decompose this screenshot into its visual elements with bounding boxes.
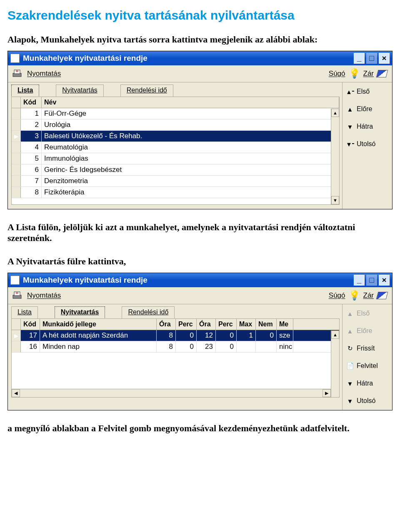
grid-1: Kód Név 1Fül-Orr-Gége 2Urológia ▶3Balese… — [11, 97, 340, 205]
mid-text-1: A Lista fülön, jelöljük ki azt a munkahe… — [8, 222, 392, 244]
close-button[interactable]: × — [379, 275, 390, 286]
nav-next[interactable]: ▼Hátra — [345, 121, 390, 132]
maximize-button: □ — [366, 275, 377, 286]
table-row[interactable]: 1Fül-Orr-Gége — [12, 108, 339, 119]
tab-rendelesi-ido[interactable]: Rendelési idő — [120, 85, 173, 97]
nav-new[interactable]: 📄Felvitel — [345, 360, 390, 372]
table-row[interactable]: 5Immunológias — [12, 153, 339, 164]
app-icon: ▦ — [10, 276, 20, 285]
window-title-2: Munkahelyek nyitvatartási rendje — [23, 276, 148, 285]
col-jelleg[interactable]: Munkaidő jellege — [40, 319, 157, 330]
toolbar-1: Nyomtatás Súgó 💡 Zár — [8, 65, 392, 82]
nav-prev: ▲Előre — [345, 325, 390, 337]
lightbulb-icon[interactable]: 💡 — [349, 290, 360, 301]
menu-print[interactable]: Nyomtatás — [27, 291, 61, 300]
tab-lista[interactable]: Lista — [11, 85, 39, 97]
nav-last[interactable]: ▼Utolsó — [345, 395, 390, 407]
nav-first: ▲Első — [345, 308, 390, 319]
eraser-icon[interactable] — [376, 292, 388, 299]
nav-prev[interactable]: ▲Előre — [345, 103, 390, 115]
nav-first[interactable]: ▲Első — [345, 86, 390, 97]
toolbar-2: Nyomtatás Súgó 💡 Zár — [8, 287, 392, 304]
scroll-right-icon[interactable]: ▶ — [322, 389, 331, 397]
maximize-button: □ — [366, 53, 377, 64]
prev-icon: ▲ — [346, 105, 354, 113]
table-row[interactable]: 16 Minden nap 8 0 23 0 ninc — [12, 341, 339, 353]
scrollbar-vertical[interactable]: ▲ ▼ — [331, 109, 339, 204]
menu-help[interactable]: Súgó — [329, 70, 345, 78]
nav-last[interactable]: ▼Utolsó — [345, 138, 390, 150]
scroll-left-icon[interactable]: ◀ — [12, 389, 20, 397]
mid-text-2: A Nyitvatartás fülre kattintva, — [8, 256, 392, 267]
window-1: ▦ Munkahelyek nyitvatartási rendje _ □ ×… — [8, 51, 392, 209]
nav-refresh[interactable]: ↻Frissít — [345, 343, 390, 354]
intro-text: Alapok, Munkahelyek nyitva tartás sorra … — [8, 34, 392, 45]
print-icon[interactable] — [11, 68, 23, 80]
col-ora1[interactable]: Óra — [157, 319, 176, 330]
col-perc2[interactable]: Perc — [216, 319, 237, 330]
scroll-down-icon[interactable]: ▼ — [331, 196, 339, 204]
tab-nyitvatartas[interactable]: Nyitvatartás — [55, 306, 105, 319]
menu-close[interactable]: Zár — [363, 70, 374, 78]
menu-close[interactable]: Zár — [363, 291, 374, 300]
table-row[interactable]: 7Denzitometria — [12, 176, 339, 187]
print-icon[interactable] — [11, 290, 23, 301]
page-title: Szakrendelések nyitva tartásának nyilván… — [8, 8, 392, 22]
minimize-button[interactable]: _ — [354, 275, 365, 286]
table-row-selected[interactable]: ▶3Baleseti Utókezelő - És Rehab. — [12, 131, 339, 142]
tab-nyitvatartas[interactable]: Nyitvatartás — [56, 85, 103, 97]
next-icon: ▼ — [346, 122, 354, 131]
row-indicator-icon: ▶ — [12, 131, 21, 142]
col-nem[interactable]: Nem — [256, 319, 277, 330]
grid-2: Kód Munkaidő jellege Óra Perc Óra Perc M… — [11, 318, 340, 398]
col-kod[interactable]: Kód — [21, 319, 40, 330]
col-nev[interactable]: Név — [42, 97, 339, 108]
titlebar-2: ▦ Munkahelyek nyitvatartási rendje _ □ × — [8, 273, 392, 287]
col-max[interactable]: Max — [237, 319, 256, 330]
tab-rendelesi-ido[interactable]: Rendelési idő — [122, 306, 175, 319]
scroll-up-icon[interactable]: ▲ — [331, 109, 339, 117]
scroll-up-icon[interactable]: ▲ — [331, 331, 339, 339]
table-row[interactable]: 2Urológia — [12, 119, 339, 131]
window-title-1: Munkahelyek nyitvatartási rendje — [23, 54, 148, 63]
eraser-icon[interactable] — [376, 70, 388, 77]
prev-icon: ▲ — [346, 327, 354, 335]
minimize-button[interactable]: _ — [354, 53, 365, 64]
tab-lista[interactable]: Lista — [11, 306, 38, 319]
col-me[interactable]: Me — [277, 319, 293, 330]
menu-print[interactable]: Nyomtatás — [27, 70, 61, 78]
col-kod[interactable]: Kód — [21, 97, 42, 108]
col-perc1[interactable]: Perc — [176, 319, 197, 330]
scrollbar-horizontal[interactable]: ◀ ▶ — [12, 389, 331, 397]
refresh-icon: ↻ — [346, 344, 354, 353]
next-icon: ▼ — [346, 379, 354, 388]
last-icon: ▼ — [346, 140, 354, 148]
last-icon: ▼ — [346, 397, 354, 405]
table-row[interactable]: 4Reumatológia — [12, 142, 339, 153]
nav-next[interactable]: ▼Hátra — [345, 378, 390, 389]
col-ora2[interactable]: Óra — [197, 319, 216, 330]
window-2: ▦ Munkahelyek nyitvatartási rendje _ □ ×… — [8, 273, 392, 410]
scrollbar-vertical[interactable]: ▲ — [331, 331, 339, 397]
table-row[interactable]: 6Gerinc- És Idegsebészet — [12, 164, 339, 176]
titlebar-1: ▦ Munkahelyek nyitvatartási rendje _ □ × — [8, 51, 392, 65]
row-indicator-icon: ▶ — [12, 330, 21, 341]
menu-help[interactable]: Súgó — [329, 291, 345, 300]
table-row[interactable]: 8Fizikóterápia — [12, 187, 339, 198]
footer-text: a megnyíló ablakban a Felvitel gomb megn… — [8, 423, 392, 434]
close-button[interactable]: × — [379, 53, 390, 64]
lightbulb-icon[interactable]: 💡 — [349, 68, 360, 79]
new-icon: 📄 — [346, 362, 354, 370]
table-row-selected[interactable]: ▶ 17 A hét adott napján Szerdán 8 0 12 0… — [12, 330, 339, 341]
app-icon: ▦ — [10, 54, 20, 63]
first-icon: ▲ — [346, 87, 354, 96]
first-icon: ▲ — [346, 309, 354, 318]
